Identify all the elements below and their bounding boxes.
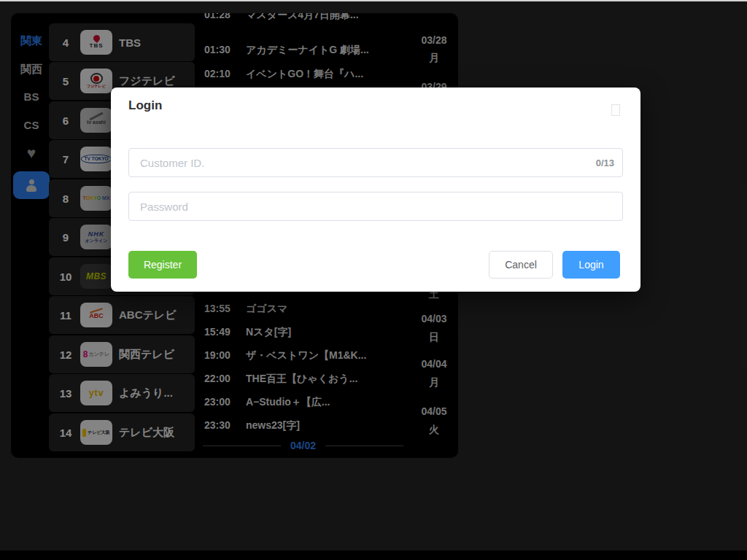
register-button[interactable]: Register <box>128 251 197 279</box>
customer-id-input[interactable] <box>128 148 623 177</box>
customer-id-field-wrap: 0/13 <box>128 148 623 177</box>
close-icon[interactable] <box>611 104 620 116</box>
login-button[interactable]: Login <box>562 251 620 279</box>
top-divider-line <box>0 0 747 1</box>
password-field-wrap <box>128 192 623 221</box>
bottom-letterbox-bar <box>0 551 747 560</box>
dialog-title: Login <box>128 98 162 113</box>
char-counter: 0/13 <box>596 158 614 168</box>
login-dialog: Login 0/13 Register Cancel Login <box>111 88 640 292</box>
cancel-button[interactable]: Cancel <box>489 251 553 279</box>
password-input[interactable] <box>128 192 623 221</box>
screen: 関東 関西 BS CS ♥ 4 TBS TBS 5 <box>0 0 747 560</box>
